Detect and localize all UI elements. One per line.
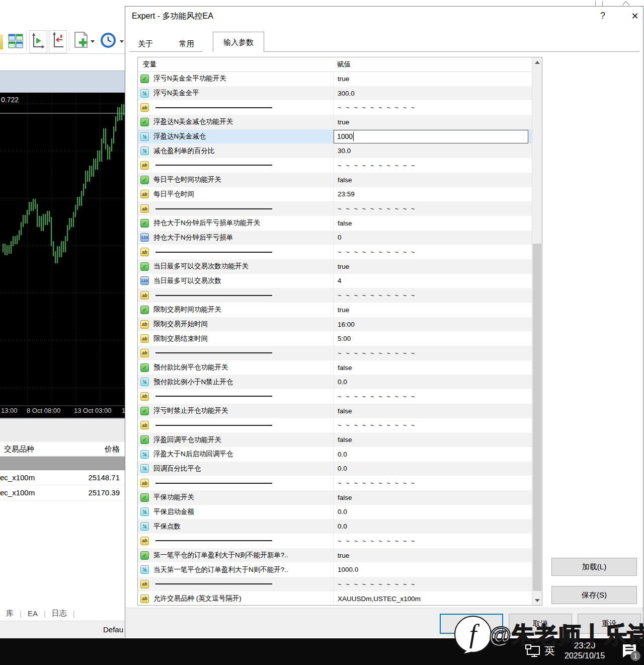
param-value-cell[interactable]: 0.0	[333, 519, 532, 534]
ime-indicator[interactable]: 英	[544, 643, 555, 657]
param-row[interactable]: ✓持仓大于N分钟后平亏损单功能开关false	[138, 216, 532, 231]
param-row[interactable]: ab~ ~ ~ ~ ~ ~ ~ ~ ~ ~	[138, 418, 532, 433]
param-value-cell[interactable]: 300.0	[333, 86, 532, 101]
taskbar-clock[interactable]: 23:20 2025/10/15	[559, 640, 610, 661]
param-row[interactable]: ✓浮亏时禁止开仓功能开关false	[138, 404, 532, 418]
param-row[interactable]: ✓每日平仓时间功能开关false	[138, 173, 532, 187]
param-value-cell[interactable]: 0	[333, 231, 532, 245]
param-value-cell[interactable]: true	[333, 115, 532, 129]
param-value-cell[interactable]: true	[333, 303, 532, 317]
param-value-cell[interactable]: 4	[333, 274, 532, 288]
value-edit-input[interactable]: 1000	[334, 130, 528, 143]
terminal-tab-1[interactable]: EA	[22, 609, 44, 618]
market-watch-row[interactable]: ec_x100m25170.39	[0, 485, 125, 500]
param-value-cell[interactable]: 0.0	[333, 447, 532, 462]
axis-scale-button[interactable]	[49, 30, 67, 53]
price-chart[interactable]: 0.722 13:008 Oct 08:0013 Oct 03:001	[0, 93, 125, 418]
param-row[interactable]: 123持仓大于N分钟后平亏损单0	[138, 231, 532, 245]
param-row[interactable]: ½浮亏N美金全平300.0	[138, 86, 532, 101]
param-row[interactable]: 123当日最多可以交易次数4	[138, 274, 532, 288]
cancel-button[interactable]: 取消	[509, 614, 572, 634]
param-row[interactable]: ½减仓盈利单的百分比30.0	[138, 143, 532, 158]
crosshair-button[interactable]	[29, 30, 47, 53]
new-order-dropdown-icon[interactable]	[91, 40, 95, 43]
param-value-cell[interactable]: ~ ~ ~ ~ ~ ~ ~ ~ ~ ~	[333, 476, 532, 490]
param-row[interactable]: ½平保点数0.0	[138, 519, 532, 534]
param-value-cell[interactable]: false	[333, 360, 532, 375]
period-dropdown-icon[interactable]	[120, 40, 124, 43]
dialog-tab-1[interactable]: 常用	[172, 35, 202, 52]
param-row[interactable]: ✓限制交易时间功能开关true	[138, 303, 532, 317]
param-row[interactable]: ✓浮亏N美金全平功能开关true	[138, 71, 532, 86]
param-row[interactable]: ab~ ~ ~ ~ ~ ~ ~ ~ ~ ~	[138, 158, 532, 173]
param-value-cell[interactable]: ~ ~ ~ ~ ~ ~ ~ ~ ~ ~	[333, 534, 532, 548]
period-clock-icon[interactable]	[99, 30, 118, 52]
dialog-tab-2[interactable]: 输入参数	[213, 32, 264, 52]
save-button[interactable]: 保存(S)	[551, 586, 637, 604]
terminal-tab-2[interactable]: 日志	[46, 609, 73, 618]
param-row[interactable]: ✓第一笔平仓的订单盈利大于N则不能开新单?..true	[138, 548, 532, 563]
param-value-cell[interactable]: 1000.0	[333, 562, 532, 577]
param-row[interactable]: ✓当日最多可以交易次数功能开关true	[138, 259, 532, 274]
param-row[interactable]: ab~ ~ ~ ~ ~ ~ ~ ~ ~ ~	[138, 201, 532, 216]
param-row[interactable]: ab~ ~ ~ ~ ~ ~ ~ ~ ~ ~	[138, 389, 532, 404]
param-row[interactable]: ab~ ~ ~ ~ ~ ~ ~ ~ ~ ~	[138, 346, 532, 360]
param-value-cell[interactable]: 16:00	[333, 317, 532, 332]
param-value-cell[interactable]: 23:59	[333, 187, 532, 202]
param-value-cell[interactable]: 1000	[333, 129, 532, 144]
reset-button[interactable]: 重设	[578, 614, 641, 634]
param-row[interactable]: ½浮盈达N美金减仓1000	[138, 129, 532, 144]
terminal-tab-0[interactable]: 库	[0, 609, 20, 618]
notification-center-icon[interactable]: 1	[620, 642, 642, 662]
tile-windows-icon[interactable]	[8, 31, 23, 51]
param-row[interactable]: ½平保启动金额0.0	[138, 505, 532, 520]
param-row[interactable]: ab限制交易结束时间5:00	[138, 331, 532, 346]
dialog-tab-0[interactable]: 关于	[130, 35, 160, 52]
market-watch-row[interactable]: ec_x100m25148.71	[0, 470, 125, 485]
param-value-cell[interactable]: ~ ~ ~ ~ ~ ~ ~ ~ ~ ~	[333, 577, 532, 592]
param-row[interactable]: ✓浮盈回调平仓功能开关false	[138, 432, 532, 447]
param-row[interactable]: ab~ ~ ~ ~ ~ ~ ~ ~ ~ ~	[138, 534, 532, 548]
param-row[interactable]: ✓浮盈达N美金减仓功能开关true	[138, 115, 532, 129]
ok-button[interactable]: 确定	[440, 614, 503, 634]
param-value-cell[interactable]: false	[333, 432, 532, 447]
param-row[interactable]: ab限制交易开始时间16:00	[138, 317, 532, 332]
market-watch-selected-row[interactable]	[0, 457, 125, 470]
param-row[interactable]: ½回调百分比平仓0.0	[138, 462, 532, 476]
param-value-cell[interactable]: false	[333, 404, 532, 418]
param-value-cell[interactable]: ~ ~ ~ ~ ~ ~ ~ ~ ~ ~	[333, 100, 532, 115]
param-row[interactable]: ½预付款比例小于N禁止开仓0.0	[138, 375, 532, 389]
param-value-cell[interactable]: 0.0	[333, 505, 532, 520]
param-row[interactable]: ½浮盈大于N后启动回调平仓0.0	[138, 447, 532, 462]
param-row[interactable]: ab每日平仓时间23:59	[138, 187, 532, 202]
table-scrollbar[interactable]	[532, 57, 542, 605]
param-value-cell[interactable]: ~ ~ ~ ~ ~ ~ ~ ~ ~ ~	[333, 288, 532, 303]
param-value-cell[interactable]: ~ ~ ~ ~ ~ ~ ~ ~ ~ ~	[333, 389, 532, 404]
param-value-cell[interactable]: 5:00	[333, 331, 532, 346]
param-value-cell[interactable]: false	[333, 173, 532, 187]
close-window-icon[interactable]	[622, 1, 630, 6]
param-value-cell[interactable]: ~ ~ ~ ~ ~ ~ ~ ~ ~ ~	[333, 346, 532, 360]
new-order-icon[interactable]	[72, 30, 89, 52]
param-value-cell[interactable]: true	[333, 71, 532, 86]
param-row[interactable]: ab~ ~ ~ ~ ~ ~ ~ ~ ~ ~	[138, 288, 532, 303]
param-value-cell[interactable]: ~ ~ ~ ~ ~ ~ ~ ~ ~ ~	[333, 201, 532, 216]
param-value-cell[interactable]: true	[333, 259, 532, 274]
load-button[interactable]: 加载(L)	[551, 558, 637, 576]
param-value-cell[interactable]: ~ ~ ~ ~ ~ ~ ~ ~ ~ ~	[333, 245, 532, 259]
param-value-cell[interactable]: ~ ~ ~ ~ ~ ~ ~ ~ ~ ~	[333, 158, 532, 173]
help-button[interactable]: ?	[596, 11, 609, 21]
close-button[interactable]: ✕	[628, 11, 641, 22]
param-row[interactable]: ab允许交易品种 (英文逗号隔开)XAUUSDm,USTEC_x100m	[138, 592, 532, 605]
param-value-cell[interactable]: true	[333, 548, 532, 563]
param-value-cell[interactable]: XAUUSDm,USTEC_x100m	[333, 592, 532, 605]
param-row[interactable]: ✓平保功能开关false	[138, 490, 532, 505]
scrollbar-thumb[interactable]	[533, 244, 541, 591]
param-value-cell[interactable]: false	[333, 216, 532, 231]
display-icon[interactable]	[525, 644, 541, 658]
param-row[interactable]: ab~ ~ ~ ~ ~ ~ ~ ~ ~ ~	[138, 577, 532, 592]
param-value-cell[interactable]: 0.0	[333, 462, 532, 476]
param-row[interactable]: ab~ ~ ~ ~ ~ ~ ~ ~ ~ ~	[138, 245, 532, 259]
param-value-cell[interactable]: 30.0	[333, 143, 532, 158]
param-value-cell[interactable]: 0.0	[333, 375, 532, 389]
